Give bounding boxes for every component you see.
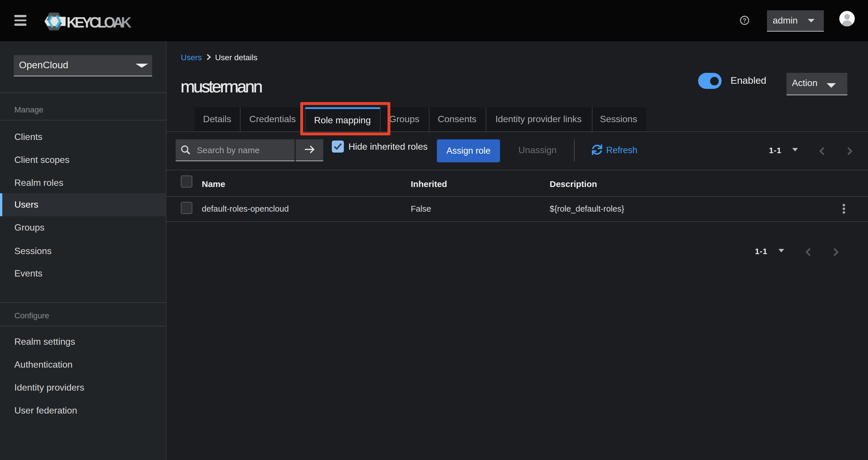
svg-text:KEYCLOAK: KEYCLOAK (67, 14, 132, 31)
svg-text:?: ? (742, 17, 746, 24)
